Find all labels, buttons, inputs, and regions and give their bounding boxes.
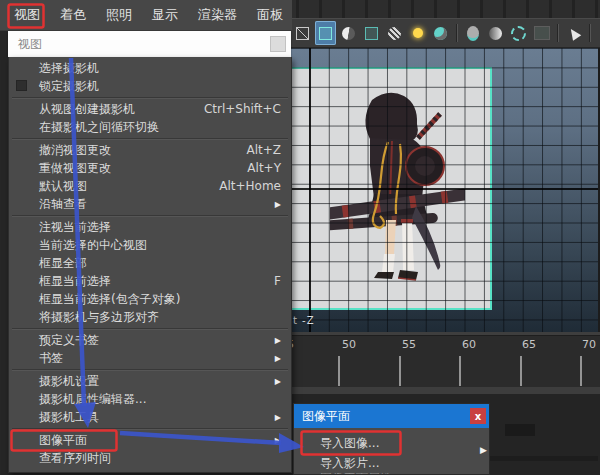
submenu-item-label: 导入图像... (320, 435, 379, 452)
menu-item[interactable]: 选择摄影机 (9, 59, 291, 77)
grid-axis-vertical (309, 48, 311, 332)
time-slider[interactable]: 55055606570 (290, 335, 600, 388)
separator-icon (453, 21, 460, 45)
menu-item-label: 框显当前选择 (39, 273, 111, 290)
menu-bar-item-1[interactable]: 视图 (14, 6, 40, 24)
maya-window: ‹ (0, 0, 600, 475)
submenu-title: 图像平面 (294, 408, 350, 425)
frame-label: 55 (402, 338, 416, 351)
menu-item[interactable]: 图像平面▶ (9, 431, 291, 449)
motion-blur-icon[interactable] (485, 21, 506, 45)
tearoff-button[interactable] (270, 36, 286, 52)
menu-item[interactable]: 框显全部 (9, 254, 291, 272)
menu-item[interactable]: 锁定摄影机 (9, 77, 291, 95)
submenu-arrow-icon: ▶ (275, 200, 281, 209)
isolate-select-icon[interactable] (595, 21, 600, 45)
wireframe-textured-icon[interactable] (384, 21, 405, 45)
menu-item-label: 摄影机设置 (39, 373, 99, 390)
menu-item[interactable]: 注视当前选择 (9, 218, 291, 236)
menu-item-shortcut: Alt+Home (219, 179, 281, 193)
menu-item-label: 查看序列时间 (39, 450, 111, 467)
menu-item[interactable]: 框显当前选择(包含子对象) (9, 290, 291, 308)
antialiasing-icon[interactable] (508, 21, 529, 45)
submenu-item-label: 导入影片... (320, 455, 379, 472)
submenu-arrow-icon: ▶ (275, 377, 281, 386)
background-strip (490, 456, 598, 461)
wireframe-cube-icon[interactable] (292, 21, 313, 45)
menu-item[interactable]: 默认视图Alt+Home (9, 177, 291, 195)
view-menu-dropdown: 选择摄影机锁定摄影机从视图创建摄影机Ctrl+Shift+C在摄影机之间循环切换… (8, 57, 292, 473)
viewport[interactable]: t -Z (290, 48, 600, 332)
menu-bar-item-3[interactable]: 照明 (106, 6, 132, 24)
frame-label: 65 (522, 338, 536, 351)
menu-item[interactable]: 摄影机属性编辑器... (9, 390, 291, 408)
menu-item-label: 注视当前选择 (39, 219, 111, 236)
frame-tick (580, 356, 582, 386)
submenu-arrow-icon: ▶ (275, 354, 281, 363)
menu-item[interactable]: 重做视图更改Alt+Y (9, 159, 291, 177)
shadows-sphere-icon[interactable] (430, 21, 451, 45)
submenu-item[interactable]: 导入影片... (294, 454, 489, 473)
checkbox-icon[interactable] (16, 80, 27, 91)
exposure-icon[interactable] (531, 21, 552, 45)
menu-item[interactable]: 在摄影机之间循环切换 (9, 118, 291, 136)
menu-item[interactable]: 框显当前选择F (9, 272, 291, 290)
tearoff-title: 视图 (8, 36, 42, 53)
submenu-arrow-icon: ▶ (275, 436, 281, 445)
menu-bar-item-5[interactable]: 渲染器 (198, 6, 237, 24)
separator-icon (554, 21, 561, 45)
menu-item-label: 将摄影机与多边形对齐 (39, 309, 159, 326)
submenu-arrow-icon: ▶ (275, 336, 281, 345)
viewport-grid (290, 48, 598, 332)
menu-item[interactable]: 摄影机设置▶ (9, 372, 291, 390)
menu-item-label: 摄影机工具 (39, 409, 99, 426)
menu-item[interactable]: 撤消视图更改Alt+Z (9, 141, 291, 159)
screen-space-ao-icon[interactable] (462, 21, 483, 45)
menu-item-label: 当前选择的中心视图 (39, 237, 147, 254)
menu-item-shortcut: Alt+Z (246, 143, 281, 157)
menu-bar-item-4[interactable]: 显示 (152, 6, 178, 24)
menu-item-label: 锁定摄影机 (39, 78, 99, 95)
shaded-cube-icon[interactable] (315, 21, 336, 45)
camera-label: t -Z (293, 315, 315, 326)
menu-item[interactable]: 书签▶ (9, 349, 291, 367)
frame-label: 50 (342, 338, 356, 351)
menu-item-label: 框显当前选择(包含子对象) (39, 291, 180, 308)
submenu-item[interactable]: 导入图像... (294, 428, 489, 454)
menu-item[interactable]: 从视图创建摄影机Ctrl+Shift+C (9, 100, 291, 118)
textured-cube-icon[interactable] (361, 21, 382, 45)
menu-item-label: 图像平面 (39, 432, 87, 449)
shaded-sphere-icon[interactable] (338, 21, 359, 45)
menu-item-label: 沿轴查看 (39, 196, 87, 213)
menu-bar: 视图着色照明显示渲染器面板 (0, 0, 292, 31)
menu-bar-item-6[interactable]: 面板 (257, 6, 283, 24)
menu-item-label: 重做视图更改 (39, 160, 111, 177)
grid-axis-horizontal (290, 188, 598, 190)
submenu-arrow-icon: ▶ (275, 413, 281, 422)
frame-label: 70 (582, 338, 596, 351)
panel-toolbar: ‹ (290, 18, 600, 48)
submenu-header[interactable]: 图像平面 x (294, 404, 489, 428)
menu-item-label: 撤消视图更改 (39, 142, 111, 159)
menu-item-label: 摄影机属性编辑器... (39, 391, 146, 408)
menu-item[interactable]: 当前选择的中心视图 (9, 236, 291, 254)
menu-item-label: 书签 (39, 350, 63, 367)
menu-item-label: 框显全部 (39, 255, 87, 272)
frame-tick (338, 356, 340, 386)
menu-item[interactable]: 预定义书签▶ (9, 331, 291, 349)
select-cursor-icon[interactable] (563, 21, 584, 45)
menu-bar-item-2[interactable]: 着色 (60, 6, 86, 24)
menu-item-label: 在摄影机之间循环切换 (39, 119, 159, 136)
frame-tick (399, 356, 401, 386)
menu-item[interactable]: 将摄影机与多边形对齐 (9, 308, 291, 326)
close-icon[interactable]: x (470, 408, 486, 424)
frame-tick (459, 356, 461, 386)
menu-item[interactable]: 摄影机工具▶ (9, 408, 291, 426)
lighting-bulb-icon[interactable] (407, 21, 428, 45)
menu-item[interactable]: 查看序列时间 (9, 449, 291, 467)
menu-tearoff-bar: 视图 (8, 31, 291, 57)
menu-item-label: 预定义书签 (39, 332, 99, 349)
menu-item[interactable]: 沿轴查看▶ (9, 195, 291, 213)
menu-item-label: 选择摄影机 (39, 60, 99, 77)
frame-label: 60 (462, 338, 476, 351)
